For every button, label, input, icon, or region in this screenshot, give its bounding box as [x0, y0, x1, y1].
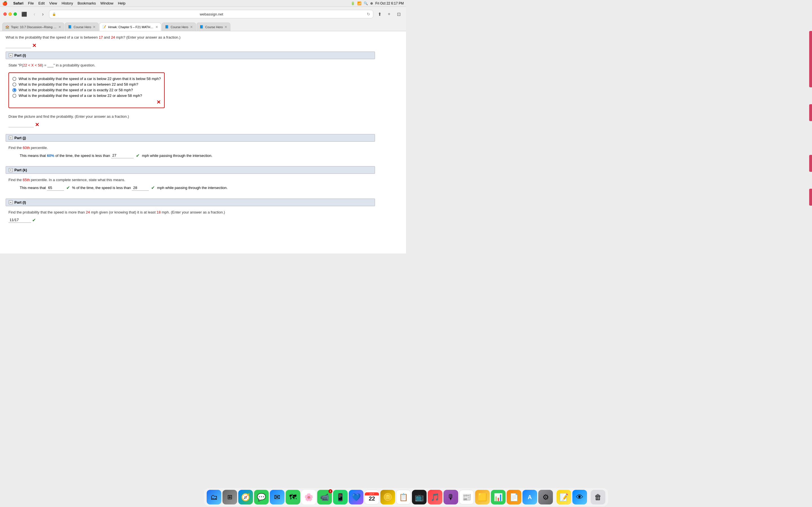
sidebar-toggle-button[interactable]: ⬛: [20, 10, 28, 18]
apple-menu[interactable]: 🍎: [2, 1, 8, 6]
part-i-highlight: 22 < X < 58: [23, 63, 42, 67]
tab-close-1[interactable]: ✕: [58, 25, 61, 29]
radio-input-1[interactable]: [12, 77, 16, 81]
tab-hmwk-active[interactable]: 📝 Hmwk: Chapter 5 – F21 MATH D010 Int...…: [99, 22, 161, 31]
minimize-button[interactable]: [8, 12, 12, 16]
forward-button[interactable]: ›: [39, 10, 47, 18]
part-j-content: Find the 60th percentile. This means tha…: [6, 144, 375, 164]
draw-answer-error: ✕: [35, 122, 39, 128]
collapse-button-k[interactable]: −: [9, 168, 13, 172]
tab-favicon-5: 📘: [200, 25, 204, 29]
part-k-val2-input[interactable]: 28: [132, 185, 149, 191]
tab-favicon-3: 📝: [102, 25, 106, 29]
part-l-label: Part (l): [14, 200, 26, 205]
tab-close-3[interactable]: ✕: [155, 25, 158, 29]
address-bar[interactable]: 🔒 webassign.net ↻: [49, 10, 373, 18]
menubar-right: 🔋 📶 🔍 ⊕ Fri Oct 22 6:17 PM: [351, 1, 404, 5]
maximize-button[interactable]: [13, 12, 17, 16]
part-j-60pct: 60%: [47, 154, 54, 158]
tab-course-hero-3[interactable]: 📘 Course Hero ✕: [197, 22, 231, 31]
radio-label-2: What is the probability that the speed o…: [18, 82, 138, 87]
part-k-pct-label: % of the time, the speed is less than: [72, 186, 131, 190]
radio-input-3[interactable]: [12, 88, 16, 92]
tab-close-5[interactable]: ✕: [224, 25, 227, 29]
section-header-l: − Part (l): [6, 199, 375, 206]
collapse-button-i[interactable]: −: [9, 53, 13, 57]
menu-history[interactable]: History: [61, 1, 73, 5]
tab-favicon-4: 📘: [165, 25, 169, 29]
tab-close-4[interactable]: ✕: [190, 25, 193, 29]
part-k-sub-prefix: This means that: [20, 186, 46, 190]
control-center-icon[interactable]: ⊕: [370, 1, 373, 5]
menu-edit[interactable]: Edit: [38, 1, 45, 5]
collapse-button-j[interactable]: −: [9, 136, 13, 140]
tab-course-hero-1[interactable]: 📘 Course Hero ✕: [65, 22, 99, 31]
radio-option-3[interactable]: What is the probability that the speed o…: [12, 88, 161, 92]
battery-icon: 🔋: [351, 1, 355, 5]
tab-overview-button[interactable]: ⊡: [395, 10, 403, 18]
tab-course-hero-2[interactable]: 📘 Course Hero ✕: [162, 22, 196, 31]
menu-safari[interactable]: Safari: [13, 1, 23, 5]
menu-help[interactable]: Help: [118, 1, 125, 5]
datetime-display: Fri Oct 22 6:17 PM: [375, 1, 404, 5]
part-i-content: State "P(22 < X < 58) = ___" in a probab…: [6, 61, 375, 131]
part-l-answer-input[interactable]: 11/17: [8, 217, 31, 223]
part-j-label: Part (j): [14, 136, 26, 140]
new-tab-button[interactable]: +: [385, 10, 393, 18]
tab-label-2: Course Hero: [73, 25, 91, 29]
radio-option-1[interactable]: What is the probability that the speed o…: [12, 76, 161, 81]
draw-answer-input[interactable]: [8, 122, 34, 127]
num2-highlight: 24: [111, 35, 115, 40]
tab-label-4: Course Hero: [170, 25, 188, 29]
tab-label-5: Course Hero: [205, 25, 223, 29]
wifi-icon: 📶: [357, 1, 361, 5]
collapse-button-l[interactable]: −: [9, 200, 13, 204]
tab-close-2[interactable]: ✕: [93, 25, 96, 29]
radio-input-4[interactable]: [12, 94, 16, 98]
reload-button[interactable]: ↻: [367, 12, 370, 16]
url-text[interactable]: webassign.net: [58, 12, 365, 16]
part-j-checkmark: ✔: [136, 153, 140, 158]
part-j-value-input[interactable]: 27: [111, 153, 134, 158]
part-k-val1-input[interactable]: 65: [47, 185, 64, 191]
menu-bookmarks[interactable]: Bookmarks: [78, 1, 96, 5]
menu-file[interactable]: File: [28, 1, 34, 5]
share-button[interactable]: ⬆: [375, 10, 384, 18]
part-k-label: Part (k): [14, 168, 27, 172]
part-j-60th: 60th: [23, 146, 30, 150]
search-icon[interactable]: 🔍: [364, 1, 368, 5]
part-l-checkmark: ✔: [32, 217, 36, 223]
menu-view[interactable]: View: [49, 1, 57, 5]
part-l-answer-row: 11/17 ✔: [8, 217, 372, 223]
part-k-check2: ✔: [151, 185, 155, 190]
radio-option-4[interactable]: What is the probability that the speed o…: [12, 94, 161, 98]
radio-label-3: What is the probability that the speed o…: [18, 88, 133, 92]
tab-label-1: Topic: 10.7 Discussion--Rising Savings..…: [11, 25, 57, 29]
menu-window[interactable]: Window: [100, 1, 113, 5]
radio-input-2[interactable]: [12, 82, 16, 87]
radio-error-x: ✕: [156, 99, 161, 105]
part-k-answer-row: This means that 65 ✔ % of the time, the …: [8, 185, 372, 191]
part-j-sub-mid: of the time, the speed is less than: [56, 154, 110, 158]
part-j-question: Find the 60th percentile.: [8, 145, 372, 151]
tab-topic-discussion[interactable]: 🏫 Topic: 10.7 Discussion--Rising Savings…: [2, 22, 64, 31]
close-button[interactable]: [3, 12, 7, 16]
part-l-question: Find the probability that the speed is m…: [8, 210, 372, 215]
top-answer-error: ✕: [32, 43, 36, 49]
part-j-sub-prefix: This means that: [20, 154, 46, 158]
tab-favicon-2: 📘: [68, 25, 72, 29]
draw-answer-row: ✕: [8, 122, 372, 128]
part-l-content: Find the probability that the speed is m…: [6, 209, 375, 226]
toolbar-right: ⬆ + ⊡: [375, 10, 403, 18]
part-k-question: Find the 65th percentile. In a complete …: [8, 177, 372, 183]
part-l-18: 18: [156, 210, 160, 214]
section-header-k: − Part (k): [6, 166, 375, 174]
num1-highlight: 17: [99, 35, 103, 40]
part-k-sub-suffix: mph while passing through the intersecti…: [157, 186, 227, 190]
webassign-content: What is the probability that the speed o…: [0, 31, 380, 230]
radio-option-2[interactable]: What is the probability that the speed o…: [12, 82, 161, 87]
part-l-24: 24: [86, 210, 90, 214]
back-button[interactable]: ‹: [31, 10, 38, 18]
top-answer-input[interactable]: [6, 43, 31, 48]
radio-group-i: What is the probability that the speed o…: [8, 72, 165, 108]
